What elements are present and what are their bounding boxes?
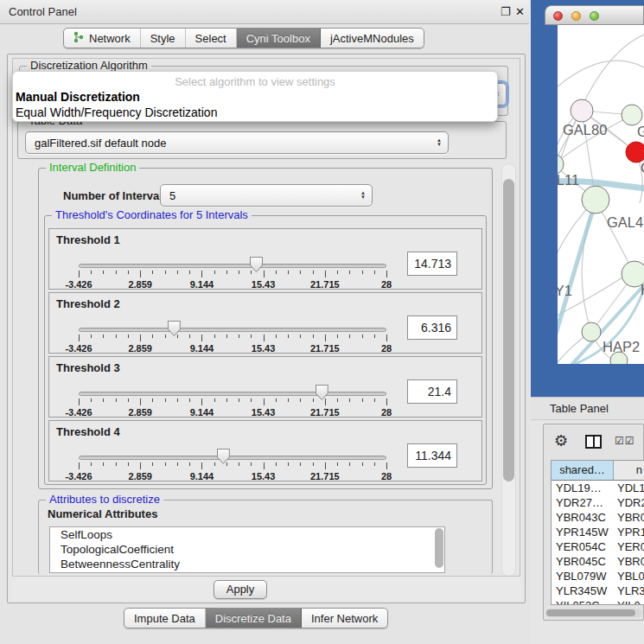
table-row[interactable]: YDL19…YDL1 <box>552 481 644 495</box>
attribute-list-item[interactable]: SelfLoops <box>50 527 444 542</box>
network-nodes[interactable]: GAL80GACGAL11GAL4GCY1HHAP2 <box>558 99 644 364</box>
group-thresholds: Threshold's Coordinates for 5 Intervals … <box>44 215 487 485</box>
table-row[interactable]: YDR27…YDR2 <box>552 495 644 510</box>
slider-tick <box>239 271 239 274</box>
tab-impute-data[interactable]: Impute Data <box>124 609 206 628</box>
slider-tick <box>91 335 92 338</box>
slider-tick <box>165 462 166 466</box>
algorithm-option-equal-width[interactable]: Equal Width/Frequency Discretization <box>16 105 217 119</box>
table-row[interactable]: YIL052CYIL0 <box>552 598 644 605</box>
tab-discretize-data[interactable]: Discretize Data <box>206 609 302 628</box>
numerical-attributes-heading: Numerical Attributes <box>48 507 157 520</box>
network-node[interactable] <box>582 322 601 341</box>
slider-tick <box>349 462 350 466</box>
stepper-icon: ▲▼ <box>360 191 366 200</box>
attribute-list-item[interactable]: TopologicalCoefficient <box>50 542 444 557</box>
threshold-value-field[interactable]: 11.344 <box>407 443 457 468</box>
threshold-row: Threshold 2 -3.4262.8599.14415.4321.7152… <box>48 292 482 354</box>
table-row[interactable]: YPR145WYPR1 <box>552 525 644 539</box>
tab-network[interactable]: Network <box>64 29 141 48</box>
checkbox-filter-icons[interactable]: ☑☑ <box>615 435 635 447</box>
network-view-canvas[interactable]: GAL80GACGAL11GAL4GCY1HHAP2 <box>558 25 644 364</box>
table-row[interactable]: YBR045CYBR0 <box>552 554 644 569</box>
algorithm-option-manual[interactable]: Manual Discretization <box>16 90 140 104</box>
table-hscrollbar-thumb[interactable] <box>546 609 635 616</box>
network-node[interactable] <box>571 99 593 122</box>
gear-icon[interactable]: ⚙ <box>554 431 568 450</box>
slider-track[interactable] <box>79 456 386 460</box>
numerical-attributes-list[interactable]: SelfLoopsTopologicalCoefficientBetweenne… <box>49 526 445 573</box>
tab-jactivemnodules[interactable]: jActiveMNodules <box>321 29 424 48</box>
column-header-name[interactable]: n <box>614 461 644 480</box>
table-data-combo[interactable]: galFiltered.sif default node ▲▼ <box>25 131 449 154</box>
threshold-slider[interactable]: -3.4262.8599.14415.4321.71528 <box>79 255 386 290</box>
table-row[interactable]: YBR043CYBR0 <box>552 510 644 525</box>
slider-tick <box>140 335 141 341</box>
slider-track[interactable] <box>79 264 386 268</box>
node-attribute-table[interactable]: shared… n YDL19…YDL1YDR27…YDR2YBR043CYBR… <box>551 460 644 605</box>
slider-scale-label: 21.715 <box>310 343 340 354</box>
close-icon[interactable]: ✕ <box>515 5 525 18</box>
threshold-slider[interactable]: -3.4262.8599.14415.4321.71528 <box>79 383 386 418</box>
slider-tick <box>251 335 252 338</box>
slider-tick <box>386 399 387 405</box>
slider-tick <box>386 335 387 341</box>
threshold-slider[interactable]: -3.4262.8599.14415.4321.71528 <box>79 319 386 354</box>
slider-tick <box>374 462 375 466</box>
close-traffic-light-icon[interactable] <box>553 11 563 21</box>
network-window-titlebar[interactable] <box>545 5 644 25</box>
column-layout-icon[interactable] <box>585 435 602 449</box>
cell-shared-name: YIL052C <box>552 598 614 605</box>
slider-tick <box>362 399 363 402</box>
slider-handle[interactable] <box>316 385 328 400</box>
tab-select[interactable]: Select <box>186 29 237 48</box>
slider-tick <box>300 462 301 466</box>
zoom-traffic-light-icon[interactable] <box>590 11 599 21</box>
slider-scale-label: 9.144 <box>190 279 214 290</box>
control-panel: Control Panel ❐ ✕ Network Style Select C… <box>0 0 529 644</box>
slider-tick <box>226 462 227 466</box>
tab-cyni-toolbox[interactable]: Cyni Toolbox <box>237 29 321 48</box>
network-node-label: GAL4 <box>607 214 643 230</box>
slider-tick <box>103 335 104 338</box>
attributes-scrollbar-thumb[interactable] <box>435 528 443 568</box>
network-node[interactable] <box>582 186 609 214</box>
slider-tick <box>276 462 277 466</box>
tab-style[interactable]: Style <box>141 29 186 48</box>
slider-tick <box>374 399 375 402</box>
network-node[interactable] <box>622 105 642 125</box>
slider-scale-label: -3.426 <box>65 343 92 354</box>
slider-tick <box>189 335 190 338</box>
cell-shared-name: YER054C <box>552 539 614 554</box>
table-row[interactable]: YLR345WYLR3 <box>552 583 644 598</box>
slider-track[interactable] <box>79 392 386 396</box>
slider-scale-label: 2.859 <box>128 343 152 354</box>
float-window-icon[interactable]: ❐ <box>501 5 511 18</box>
table-row[interactable]: YBL079WYBL0 <box>552 569 644 583</box>
slider-scale-label: 15.43 <box>252 407 276 418</box>
apply-button[interactable]: Apply <box>214 580 267 599</box>
threshold-slider[interactable]: -3.4262.8599.14415.4321.71528 <box>79 447 386 481</box>
main-scrollbar-thumb[interactable] <box>503 179 514 481</box>
slider-handle[interactable] <box>217 449 230 464</box>
table-panel: ⚙ ☑☑ shared… n YDL19…YDL1YDR27…YDR2YBR04… <box>543 424 644 621</box>
slider-scale-label: 28 <box>381 279 392 290</box>
tab-infer-network[interactable]: Infer Network <box>302 609 387 628</box>
slider-track[interactable] <box>79 328 386 332</box>
minimize-traffic-light-icon[interactable] <box>571 11 581 21</box>
column-header-shared[interactable]: shared… <box>552 461 614 480</box>
slider-tick <box>189 271 190 274</box>
network-graph: GAL80GACGAL11GAL4GCY1HHAP2 <box>558 25 644 364</box>
slider-tick <box>116 271 117 274</box>
slider-tick <box>103 399 104 402</box>
attribute-list-item[interactable]: BetweennessCentrality <box>50 557 444 571</box>
table-row[interactable]: YER054CYER0 <box>552 539 644 554</box>
number-of-intervals-combo[interactable]: 5 ▲▼ <box>160 184 373 207</box>
cell-name: YDR2 <box>614 495 644 510</box>
threshold-value-field[interactable]: 6.316 <box>407 316 457 340</box>
slider-handle[interactable] <box>168 321 181 336</box>
threshold-value-field[interactable]: 21.4 <box>407 379 457 404</box>
slider-tick <box>165 335 166 338</box>
slider-scale-label: 21.715 <box>310 407 340 418</box>
threshold-value-field[interactable]: 14.713 <box>407 252 457 276</box>
